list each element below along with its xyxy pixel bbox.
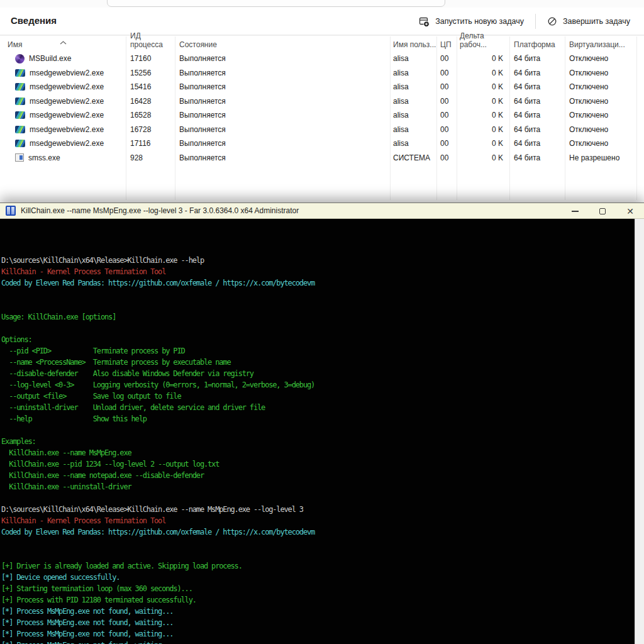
delta-cell: 0 K [457, 123, 509, 137]
console-line: [*] Process MsMpEng.exe not found, waiti… [1, 617, 635, 628]
virtualization-cell: Отключено [565, 66, 636, 80]
close-icon: ✕ [626, 207, 634, 216]
process-icon [15, 153, 24, 162]
console-line: --uninstall-driver Unload driver, delete… [1, 402, 635, 413]
end-task-label: Завершить задачу [563, 17, 630, 26]
pid-cell: 16728 [126, 123, 175, 137]
table-row[interactable]: msedgewebview2.exe 16528 Выполняется ali… [0, 108, 644, 123]
console-client-area: D:\sources\KillChain\x64\Release>KillCha… [0, 219, 644, 644]
column-header-user[interactable]: Имя польз... [390, 36, 436, 52]
process-name-cell: msedgewebview2.exe [0, 66, 126, 80]
table-row[interactable]: msedgewebview2.exe 17116 Выполняется ali… [0, 136, 644, 151]
console-line: KillChain - Kernel Process Termination T… [1, 515, 635, 526]
console-window: KillChain.exe --name MsMpEng.exe --log-l… [0, 203, 644, 644]
process-icon [15, 111, 25, 119]
console-line: KillChain.exe --uninstall-driver [1, 481, 635, 492]
state-cell: Выполняется [175, 151, 390, 165]
delta-cell: 0 K [457, 108, 509, 123]
table-row[interactable]: smss.exe 928 Выполняется СИСТЕМА 00 0 K … [0, 151, 644, 165]
delta-cell: 0 K [457, 94, 509, 109]
table-row[interactable]: msedgewebview2.exe 16728 Выполняется ali… [0, 123, 644, 137]
console-line: [+] Starting termination loop (max 360 s… [1, 583, 635, 594]
virtualization-cell: Отключено [565, 123, 636, 137]
platform-cell: 64 бита [509, 80, 565, 94]
table-row[interactable]: msedgewebview2.exe 15416 Выполняется ali… [0, 80, 644, 94]
platform-cell: 64 бита [509, 94, 565, 109]
console-line: D:\sources\KillChain\x64\Release>KillCha… [1, 504, 635, 515]
table-row[interactable]: MSBuild.exe 17160 Выполняется alisa 00 0… [0, 52, 644, 66]
state-cell: Выполняется [175, 108, 390, 123]
console-line: KillChain.exe --name MsMpEng.exe [1, 447, 635, 458]
platform-cell: 64 бита [509, 108, 565, 123]
console-titlebar[interactable]: KillChain.exe --name MsMpEng.exe --log-l… [0, 203, 644, 219]
console-line [1, 425, 635, 436]
table-row[interactable]: msedgewebview2.exe 15256 Выполняется ali… [0, 66, 644, 80]
console-line: --help Show this help [1, 413, 635, 425]
platform-cell: 64 бита [509, 52, 565, 66]
state-cell: Выполняется [175, 94, 390, 109]
process-icon [15, 54, 25, 64]
console-line: [*] Process MsMpEng.exe not found, waiti… [1, 628, 635, 640]
state-cell: Выполняется [175, 136, 390, 151]
console-line: [+] Driver is already loaded and active.… [1, 560, 635, 572]
column-header-delta[interactable]: Дельта рабоч... [457, 36, 509, 52]
delta-cell: 0 K [457, 151, 509, 165]
maximize-button[interactable] [589, 203, 616, 219]
cpu-cell: 00 [436, 94, 457, 109]
user-cell: alisa [390, 94, 436, 109]
console-line: [*] Device opened successfully. [1, 572, 635, 583]
console-line [1, 538, 635, 549]
platform-cell: 64 бита [509, 123, 565, 137]
details-header: Сведения Запустить новую задачу [0, 8, 644, 35]
process-name-cell: msedgewebview2.exe [0, 136, 126, 151]
new-task-icon [419, 16, 430, 27]
console-line: [*] Process MsMpEng.exe not found, waiti… [1, 640, 635, 644]
pid-cell: 17116 [126, 136, 175, 151]
cpu-cell: 00 [436, 151, 457, 165]
page-title: Сведения [11, 15, 57, 26]
virtualization-cell: Отключено [565, 108, 636, 123]
console-line: Usage: KillChain.exe [options] [1, 311, 635, 323]
minimize-button[interactable] [561, 203, 589, 219]
end-task-button[interactable]: Завершить задачу [538, 11, 639, 31]
console-line: KillChain - Kernel Process Termination T… [1, 266, 635, 277]
column-header-pid[interactable]: ИД процесса [126, 36, 175, 52]
console-line: --pid <PID> Terminate process by PID [1, 345, 635, 357]
console-line: --disable-defender Also disable Windows … [1, 368, 635, 379]
state-cell: Выполняется [175, 80, 390, 94]
minimize-icon [572, 211, 579, 212]
state-cell: Выполняется [175, 123, 390, 137]
column-header-virtualization[interactable]: Виртуализаци... [565, 36, 636, 52]
cpu-cell: 00 [436, 80, 457, 94]
search-box-remnant[interactable] [107, 0, 445, 7]
state-cell: Выполняется [175, 52, 390, 66]
platform-cell: 64 бита [509, 151, 565, 165]
console-title: KillChain.exe --name MsMpEng.exe --log-l… [21, 206, 299, 215]
state-cell: Выполняется [175, 66, 390, 80]
column-header-cpu[interactable]: ЦП [436, 36, 457, 52]
user-cell: alisa [390, 136, 436, 151]
sort-ascending-icon [60, 38, 67, 47]
console-line: Options: [1, 334, 635, 345]
run-new-task-button[interactable]: Запустить новую задачу [410, 11, 533, 31]
console-line [1, 492, 635, 504]
process-icon [15, 69, 25, 77]
close-button[interactable]: ✕ [616, 203, 644, 219]
console-scrollbar[interactable] [635, 219, 644, 644]
delta-cell: 0 K [457, 52, 509, 66]
console-line [1, 549, 635, 560]
virtualization-cell: Отключено [565, 136, 636, 151]
console-line: --name <ProcessName> Terminate process b… [1, 357, 635, 368]
process-name-cell: smss.exe [0, 151, 126, 165]
process-name-cell: msedgewebview2.exe [0, 80, 126, 94]
top-strip [0, 0, 644, 8]
column-header-platform[interactable]: Платформа [509, 36, 565, 52]
user-cell: alisa [390, 52, 436, 66]
column-header-state[interactable]: Состояние [175, 36, 390, 52]
console-output[interactable]: D:\sources\KillChain\x64\Release>KillCha… [0, 219, 635, 644]
table-row[interactable]: msedgewebview2.exe 16428 Выполняется ali… [0, 94, 644, 109]
toolbar-divider [535, 14, 536, 29]
process-icon [15, 83, 25, 91]
console-line: [*] Process MsMpEng.exe not found, waiti… [1, 606, 635, 617]
window-controls: ✕ [561, 203, 644, 219]
